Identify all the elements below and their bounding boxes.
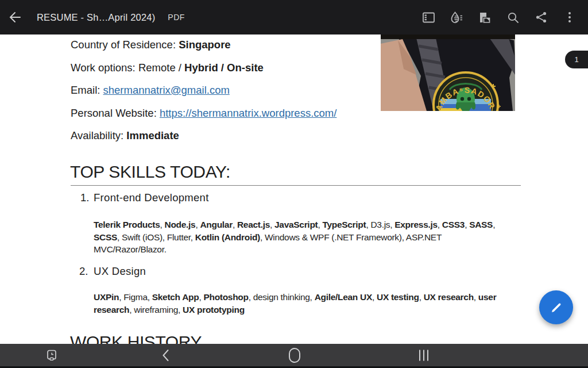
skill-item-title: UX Design — [94, 265, 146, 278]
availability-value: Immediate — [126, 129, 179, 141]
contact-line-availability: Availability: Immediate — [71, 129, 336, 143]
overflow-menu-icon — [563, 11, 576, 24]
app-bar-actions — [415, 0, 588, 34]
contact-line-website: Personal Website: https://shermannatrix.… — [71, 106, 336, 120]
page-number: 1 — [574, 55, 578, 64]
contact-line-residence: Country of Residence: Singapore — [71, 38, 336, 52]
thumbnails-panel-icon — [422, 11, 435, 24]
nav-home-button[interactable] — [281, 344, 308, 366]
document-title: RESUME - Sh…April 2024) — [37, 12, 155, 23]
profile-photo: AMBA⁵SADOR — [381, 34, 515, 111]
pencil-icon — [549, 300, 564, 315]
nav-recents-button[interactable] — [410, 344, 438, 366]
contact-line-work-options: Work options: Remote / Hybrid / On-site — [71, 61, 336, 75]
app-bar: RESUME - Sh…April 2024) PDF — [0, 0, 588, 34]
thumbnails-panel-button[interactable] — [415, 0, 443, 34]
email-label: Email: — [71, 84, 103, 96]
screenshot-tool-icon — [45, 348, 59, 362]
edit-fab[interactable] — [539, 290, 573, 324]
page-number-indicator[interactable]: 1 — [565, 51, 588, 68]
email-link[interactable]: shermannatrix@gmail.com — [103, 84, 230, 96]
skill-item-number: 1. — [80, 191, 89, 204]
share-icon — [535, 11, 548, 24]
search-icon — [506, 11, 520, 24]
skills-section-heading: TOP SKILLS TODAY: — [70, 162, 230, 182]
skill-item-number: 2. — [79, 265, 88, 278]
skill-item-detail: UXPin, Figma, Sketch App, Photoshop, des… — [94, 291, 512, 316]
acrobat-pdf-viewer: AMBA⁵SADOR Country of Residence: Singapo… — [0, 0, 588, 368]
pdf-page[interactable]: AMBA⁵SADOR Country of Residence: Singapo… — [0, 34, 588, 368]
skill-item-title: Front-end Development — [94, 191, 209, 204]
nav-recents-icon — [417, 348, 431, 362]
nav-back-icon — [160, 348, 172, 362]
nav-home-icon — [288, 347, 301, 363]
document-type-label: PDF — [168, 13, 185, 22]
website-link[interactable]: https://shermannatrix.wordpress.com/ — [160, 107, 336, 119]
liquid-mode-icon — [450, 10, 464, 25]
skill-item-detail: Telerik Products, Node.js, Angular, Reac… — [94, 218, 512, 256]
back-arrow-icon — [9, 11, 21, 24]
residence-value: Singapore — [179, 39, 230, 51]
liquid-mode-button[interactable] — [443, 0, 471, 34]
back-button[interactable] — [0, 0, 30, 34]
website-label: Personal Website: — [71, 107, 160, 119]
search-button[interactable] — [499, 0, 527, 34]
android-nav-bar — [0, 344, 588, 368]
availability-label: Availability: — [71, 129, 126, 141]
contact-line-email: Email: shermannatrix@gmail.com — [71, 83, 336, 97]
share-button[interactable] — [527, 0, 555, 34]
nav-back-button[interactable] — [152, 344, 180, 366]
view-settings-icon — [478, 11, 492, 24]
heading-divider — [71, 185, 521, 186]
work-options-value: Hybrid / On-site — [184, 62, 264, 74]
view-settings-button[interactable] — [471, 0, 499, 34]
screenshot-tool-button[interactable] — [38, 344, 65, 366]
residence-label: Country of Residence: — [71, 39, 179, 51]
contact-block: Country of Residence: Singapore Work opt… — [71, 38, 336, 152]
overflow-menu-button[interactable] — [555, 0, 583, 34]
work-options-label: Work options: Remote / — [71, 62, 184, 74]
